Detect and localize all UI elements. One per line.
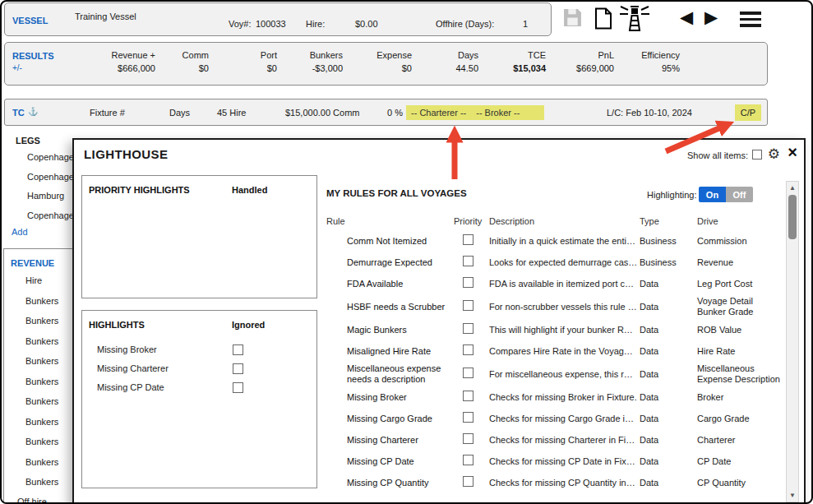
rule-priority-cell (450, 344, 489, 358)
results-plus-minus[interactable]: +/- (12, 63, 22, 72)
rule-description: This will highlight if your bunker R… (489, 325, 640, 335)
ignored-checkbox[interactable] (233, 363, 243, 374)
priority-checkbox[interactable] (463, 455, 473, 465)
results-col-port: Port$0 (261, 50, 277, 73)
rule-row: Missing Cargo Grade Checks for missing C… (326, 408, 783, 429)
modal-scrollbar[interactable]: ▲ ▼ (786, 181, 799, 502)
priority-checkbox[interactable] (463, 300, 473, 311)
rule-row: FDA Available FDA is available in itemiz… (326, 273, 783, 294)
revenue-item[interactable]: Bunkers (4, 311, 74, 331)
ignored-checkbox[interactable] (233, 382, 243, 393)
rule-type: Data (640, 478, 697, 488)
leg-item[interactable]: Copenhage (2, 206, 74, 226)
revenue-item[interactable]: Bunkers (4, 452, 74, 473)
legs-list: Copenhage Copenhage Hamburg Copenhage (2, 148, 74, 225)
charterer-broker-highlight: -- Charterer -- -- Broker -- (406, 105, 544, 120)
revenue-item[interactable]: Bunkers (4, 391, 74, 412)
show-all-items-checkbox[interactable] (752, 150, 762, 160)
priority-checkbox[interactable] (463, 256, 473, 266)
vessel-name[interactable]: Training Vessel (75, 12, 136, 21)
rule-description: Checks for missing Cargo Grade i… (489, 414, 640, 424)
priority-checkbox[interactable] (463, 412, 473, 423)
rule-description: Checks for missing CP Date in Fix… (489, 456, 640, 467)
revenue-item[interactable]: Bunkers (4, 372, 74, 392)
type-column-header: Type (640, 216, 697, 226)
rule-drive: Leg Port Cost (697, 279, 783, 289)
tc-section-label[interactable]: TC (12, 108, 25, 118)
highlight-row: Missing Broker (82, 342, 316, 361)
tc-days-label: Days (169, 108, 190, 118)
drive-column-header: Drive (697, 216, 783, 226)
rule-drive: ROB Value (697, 325, 783, 335)
revenue-item[interactable]: Bunkers (4, 291, 74, 312)
rule-priority-cell (450, 300, 489, 313)
cp-button[interactable]: C/P (735, 104, 761, 121)
revenue-item[interactable]: Bunkers (4, 331, 74, 352)
highlighting-off-button[interactable]: Off (726, 187, 753, 202)
rule-priority-cell (450, 256, 489, 269)
scroll-up-icon[interactable]: ▲ (787, 184, 798, 192)
legs-section-title: LEGS (16, 136, 40, 146)
gear-icon[interactable]: ⚙ (768, 146, 780, 163)
new-document-icon[interactable] (594, 7, 612, 33)
priority-checkbox[interactable] (463, 433, 473, 444)
left-sidebar: LEGS Copenhage Copenhage Hamburg Copenha… (2, 132, 74, 502)
rule-drive: Revenue (697, 257, 783, 268)
priority-checkbox[interactable] (463, 391, 473, 401)
revenue-item[interactable]: Bunkers (4, 412, 74, 432)
add-leg-link[interactable]: Add (12, 227, 28, 237)
lighthouse-modal: LIGHTHOUSE Show all items: ⚙ × PRIORITY … (72, 138, 806, 504)
scroll-down-icon[interactable]: ▼ (787, 492, 798, 499)
highlighting-on-button[interactable]: On (699, 187, 726, 202)
anchor-icon: ⚓ (28, 107, 38, 116)
rule-row: Demurrage Expected Looks for expected de… (326, 252, 783, 273)
next-voyage-icon[interactable]: ▶ (704, 8, 718, 26)
results-section-label[interactable]: RESULTS (12, 51, 54, 61)
rule-type: Data (640, 302, 697, 312)
rule-name: HSBF needs a Scrubber (326, 302, 450, 312)
revenue-item[interactable]: Bunkers (4, 351, 74, 372)
rule-description: Initially in a quick estimate the enti… (489, 236, 640, 247)
results-col-comm: Comm$0 (182, 50, 209, 73)
revenue-item[interactable]: Hire (4, 270, 74, 291)
leg-item[interactable]: Copenhage (2, 148, 74, 168)
ignored-checkbox[interactable] (233, 344, 243, 355)
menu-icon[interactable] (740, 12, 761, 27)
lighthouse-icon[interactable] (618, 3, 651, 38)
vessel-section-label[interactable]: VESSEL (12, 16, 48, 25)
leg-item[interactable]: Copenhage (2, 168, 74, 187)
priority-checkbox[interactable] (463, 277, 473, 288)
rule-type: Data (640, 325, 697, 335)
scrollbar-thumb[interactable] (788, 195, 797, 239)
charterer-field[interactable]: -- Charterer -- (411, 108, 466, 118)
voyage-app-window: VESSEL Training Vessel Voy#: 100033 Hire… (0, 0, 813, 504)
highlight-label: Missing CP Date (97, 382, 164, 392)
offhire-item[interactable]: Off hire (4, 492, 74, 502)
revenue-panel: REVENUE Hire Bunkers Bunkers Bunkers Bun… (3, 248, 74, 502)
rule-name: Missing Cargo Grade (326, 414, 450, 424)
leg-item[interactable]: Hamburg (2, 187, 74, 206)
rule-row: Miscellaneous expense needs a descriptio… (326, 362, 783, 386)
tc-comm-text: $15,000.00 Comm (285, 108, 360, 118)
revenue-item[interactable]: Bunkers (4, 472, 74, 492)
close-icon[interactable]: × (788, 143, 797, 162)
broker-field[interactable]: -- Broker -- (476, 108, 520, 118)
rule-name: FDA Available (326, 279, 450, 289)
rule-name: Misaligned Hire Rate (326, 346, 450, 357)
highlight-row: Missing Charterer (82, 361, 316, 380)
revenue-item[interactable]: Bunkers (4, 432, 74, 452)
save-icon[interactable] (562, 7, 583, 31)
priority-checkbox[interactable] (463, 476, 473, 487)
priority-checkbox[interactable] (463, 344, 473, 355)
highlighting-toggle: On Off (699, 187, 753, 202)
priority-checkbox[interactable] (463, 368, 473, 378)
hire-value: $0.00 (355, 19, 378, 29)
highlight-row: Missing CP Date (82, 380, 316, 399)
results-col-pnl: PnL$669,000 (576, 50, 614, 73)
rule-name: Comm Not Itemized (326, 236, 450, 247)
previous-voyage-icon[interactable]: ◀ (680, 8, 693, 26)
rule-name: Miscellaneous expense needs a descriptio… (326, 363, 450, 385)
laycan-text: L/C: Feb 10-10, 2024 (607, 108, 692, 118)
priority-checkbox[interactable] (463, 323, 473, 334)
priority-checkbox[interactable] (463, 234, 473, 245)
